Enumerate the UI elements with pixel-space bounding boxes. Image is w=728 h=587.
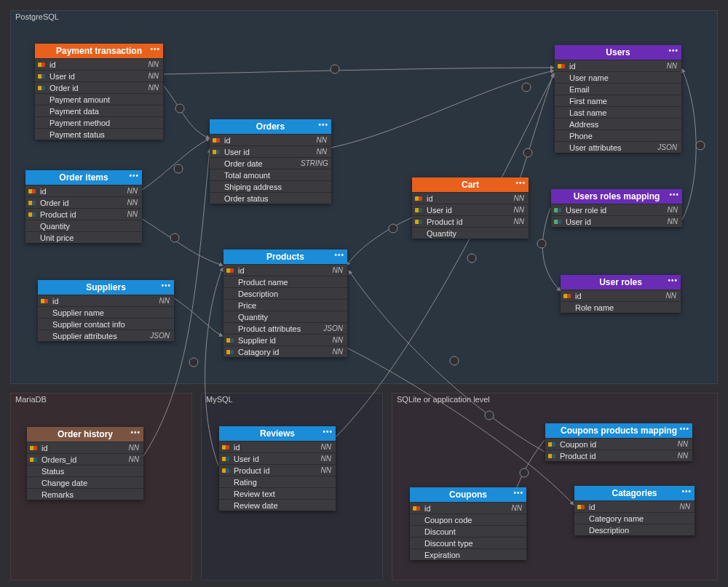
table-payment-transaction[interactable]: Payment transaction ••• idNNUser idNNOrd…	[35, 44, 163, 140]
table-column-row[interactable]: User idNN	[219, 452, 336, 464]
table-column-row[interactable]: idNN	[38, 295, 174, 306]
table-column-row[interactable]: Description	[223, 287, 347, 299]
more-icon[interactable]: •••	[323, 428, 333, 436]
table-column-row[interactable]: Product idNN	[412, 215, 529, 227]
table-coupons[interactable]: Coupons ••• idNNCoupon codeDiscountDisco…	[410, 487, 526, 560]
more-icon[interactable]: •••	[668, 47, 678, 55]
table-users[interactable]: Users ••• idNNUser nameEmailFirst nameLa…	[555, 45, 681, 153]
table-column-row[interactable]: Remarks	[27, 488, 143, 500]
table-column-row[interactable]: Payment amount	[35, 93, 163, 105]
table-column-row[interactable]: Supplier idNN	[223, 334, 347, 346]
table-column-row[interactable]: idNN	[210, 134, 331, 145]
more-icon[interactable]: •••	[150, 45, 160, 53]
table-products[interactable]: Products ••• idNNProduct nameDescription…	[223, 249, 347, 357]
more-icon[interactable]: •••	[161, 281, 171, 289]
table-column-row[interactable]: Order dateSTRING	[210, 157, 331, 169]
table-column-row[interactable]: Supplier name	[38, 306, 174, 318]
more-icon[interactable]: •••	[668, 276, 678, 284]
table-column-row[interactable]: Review text	[219, 487, 336, 499]
table-column-row[interactable]: Phone	[555, 129, 681, 141]
table-header[interactable]: Products •••	[223, 249, 347, 264]
table-orders[interactable]: Orders ••• idNNUser idNNOrder dateSTRING…	[210, 119, 331, 204]
table-column-row[interactable]: Supplier contact info	[38, 318, 174, 330]
more-icon[interactable]: •••	[669, 191, 679, 199]
table-column-row[interactable]: Product idNN	[545, 450, 692, 461]
table-column-row[interactable]: Category name	[574, 512, 695, 524]
table-column-row[interactable]: Status	[27, 465, 143, 476]
table-suppliers[interactable]: Suppliers ••• idNNSupplier nameSupplier …	[38, 280, 174, 341]
table-column-row[interactable]: Unit price	[25, 231, 142, 243]
table-column-row[interactable]: Discount	[410, 525, 526, 537]
table-order-items[interactable]: Order items ••• idNNOrder idNNProduct id…	[25, 170, 142, 243]
table-categories[interactable]: Catagories ••• idNNCategory nameDescript…	[574, 486, 695, 535]
erd-canvas[interactable]: PostgreSQL MariaDB MySQL SQLite or appli…	[0, 0, 728, 587]
table-column-row[interactable]: Change date	[27, 476, 143, 488]
table-column-row[interactable]: Role name	[561, 301, 681, 313]
table-header[interactable]: Orders •••	[210, 119, 331, 134]
table-header[interactable]: Order items •••	[25, 170, 142, 185]
table-reviews[interactable]: Reviews ••• idNNUser idNNProduct idNNRat…	[219, 426, 336, 511]
table-header[interactable]: Coupons products mapping •••	[545, 423, 692, 438]
table-user-roles[interactable]: User roles ••• idNNRole name	[561, 275, 681, 313]
table-header[interactable]: Catagories •••	[574, 486, 695, 500]
table-column-row[interactable]: First name	[555, 95, 681, 106]
table-column-row[interactable]: User role idNN	[551, 204, 682, 215]
table-column-row[interactable]: idNN	[223, 264, 347, 276]
table-column-row[interactable]: Discount type	[410, 537, 526, 548]
table-column-row[interactable]: User attributesJSON	[555, 141, 681, 153]
table-column-row[interactable]: Coupon code	[410, 514, 526, 525]
table-column-row[interactable]: Shiping address	[210, 180, 331, 192]
table-column-row[interactable]: Review date	[219, 499, 336, 511]
table-column-row[interactable]: Product name	[223, 276, 347, 287]
table-header[interactable]: User roles •••	[561, 275, 681, 289]
table-header[interactable]: Reviews •••	[219, 426, 336, 441]
table-column-row[interactable]: Coupon idNN	[545, 438, 692, 450]
table-column-row[interactable]: idNN	[35, 58, 163, 70]
table-header[interactable]: Suppliers •••	[38, 280, 174, 295]
table-column-row[interactable]: idNN	[555, 60, 681, 71]
table-column-row[interactable]: Last name	[555, 106, 681, 118]
table-column-row[interactable]: Order status	[210, 192, 331, 204]
table-order-history[interactable]: Order history ••• idNNOrders_idNNStatusC…	[27, 427, 143, 500]
table-column-row[interactable]: Total amount	[210, 169, 331, 180]
table-header[interactable]: Order history •••	[27, 427, 143, 442]
table-cart[interactable]: Cart ••• idNNUser idNNProduct idNNQuanti…	[412, 177, 529, 239]
table-column-row[interactable]: Price	[223, 299, 347, 311]
table-column-row[interactable]: Orders_idNN	[27, 453, 143, 465]
table-column-row[interactable]: idNN	[412, 192, 529, 204]
table-header[interactable]: Users •••	[555, 45, 681, 60]
table-header[interactable]: Payment transaction •••	[35, 44, 163, 58]
table-column-row[interactable]: Rating	[219, 476, 336, 487]
table-column-row[interactable]: Payment status	[35, 128, 163, 140]
table-column-row[interactable]: idNN	[574, 500, 695, 512]
table-column-row[interactable]: idNN	[410, 502, 526, 514]
table-column-row[interactable]: Product attributesJSON	[223, 322, 347, 334]
table-column-row[interactable]: User name	[555, 71, 681, 83]
more-icon[interactable]: •••	[318, 121, 328, 129]
table-column-row[interactable]: idNN	[27, 442, 143, 453]
table-column-row[interactable]: Supplier attributesJSON	[38, 330, 174, 341]
table-users-roles-mapping[interactable]: Users roles mapping ••• User role idNNUs…	[551, 189, 682, 227]
table-column-row[interactable]: Order idNN	[35, 81, 163, 93]
more-icon[interactable]: •••	[681, 487, 692, 495]
more-icon[interactable]: •••	[334, 251, 344, 259]
table-header[interactable]: Coupons •••	[410, 487, 526, 502]
table-column-row[interactable]: Address	[555, 118, 681, 129]
table-column-row[interactable]: Catagory idNN	[223, 346, 347, 357]
more-icon[interactable]: •••	[129, 172, 139, 180]
table-column-row[interactable]: Quantity	[223, 311, 347, 322]
more-icon[interactable]: •••	[130, 428, 141, 436]
table-column-row[interactable]: Description	[574, 524, 695, 535]
table-header[interactable]: Cart •••	[412, 177, 529, 192]
more-icon[interactable]: •••	[515, 179, 526, 187]
table-column-row[interactable]: User idNN	[35, 70, 163, 81]
table-column-row[interactable]: Payment data	[35, 105, 163, 116]
table-column-row[interactable]: User idNN	[551, 215, 682, 227]
table-header[interactable]: Users roles mapping •••	[551, 189, 682, 204]
table-column-row[interactable]: User idNN	[210, 145, 331, 157]
more-icon[interactable]: •••	[679, 425, 689, 433]
table-column-row[interactable]: Quantity	[25, 220, 142, 231]
table-column-row[interactable]: Email	[555, 83, 681, 95]
table-column-row[interactable]: Payment method	[35, 116, 163, 128]
table-column-row[interactable]: idNN	[219, 441, 336, 452]
